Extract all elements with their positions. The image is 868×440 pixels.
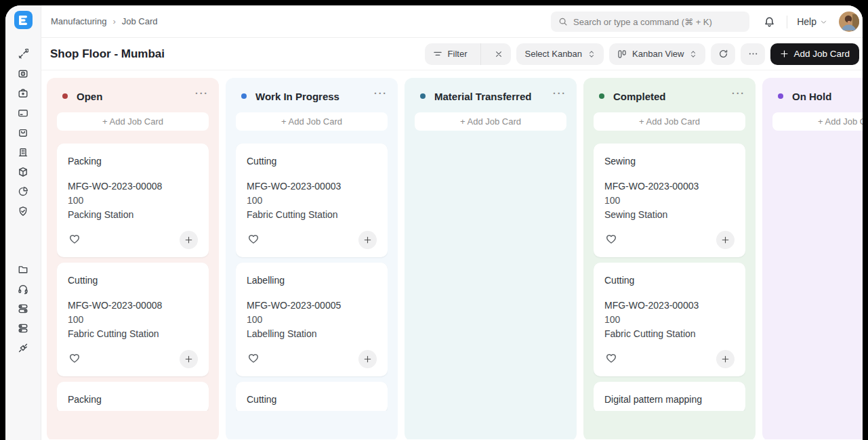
job-card[interactable]: CuttingMFG-WO-2023-00003100Fabric Cuttin… bbox=[236, 144, 388, 257]
folder-icon bbox=[18, 264, 28, 275]
card-workstation: Fabric Cutting Station bbox=[604, 327, 735, 341]
sidebar-item-plug[interactable] bbox=[18, 343, 28, 353]
card-workstation: Labelling Station bbox=[247, 327, 377, 341]
breadcrumb-manufacturing[interactable]: Manufacturing bbox=[51, 16, 106, 26]
card-footer bbox=[247, 230, 377, 249]
select-kanban-label: Select Kanban bbox=[524, 49, 582, 59]
like-button[interactable] bbox=[247, 233, 260, 246]
view-switcher-dropdown[interactable]: Kanban View bbox=[609, 43, 705, 65]
status-dot bbox=[62, 93, 68, 99]
column-header: On Hold··· bbox=[772, 87, 863, 106]
toolbar-actions: Filter Select Kanban bbox=[425, 43, 859, 65]
sidebar-item-folder[interactable] bbox=[18, 264, 28, 275]
job-card[interactable]: PackingMFG-WO-2023-00008100Packing Stati… bbox=[57, 144, 209, 257]
plus-icon bbox=[780, 49, 789, 58]
card-assign-button[interactable] bbox=[716, 350, 735, 368]
card-assign-button[interactable] bbox=[358, 231, 377, 249]
clear-filter-button[interactable] bbox=[487, 43, 511, 65]
sidebar-item-camera-case[interactable] bbox=[18, 88, 28, 99]
column-menu-button[interactable]: ··· bbox=[374, 88, 388, 99]
column-add-job-card-button[interactable]: + Add Job Card bbox=[594, 112, 745, 131]
column-add-job-card-button[interactable]: + Add Job Card bbox=[772, 112, 863, 131]
card-assign-button[interactable] bbox=[180, 350, 198, 368]
up-down-chevrons-icon bbox=[587, 50, 596, 58]
like-button[interactable] bbox=[604, 233, 618, 246]
select-kanban-dropdown[interactable]: Select Kanban bbox=[516, 43, 604, 65]
job-card[interactable]: Digital pattern mapping bbox=[594, 382, 745, 411]
column-header: Work In Progress··· bbox=[236, 87, 388, 106]
filter-group-divider bbox=[480, 43, 481, 65]
sidebar-item-toggles-alt[interactable] bbox=[18, 323, 28, 334]
breadcrumb-job-card[interactable]: Job Card bbox=[122, 16, 158, 26]
card-footer bbox=[68, 349, 198, 368]
status-dot bbox=[599, 93, 604, 99]
bell-icon bbox=[764, 16, 775, 28]
card-assign-button[interactable] bbox=[716, 231, 735, 249]
column-add-job-card-button[interactable]: + Add Job Card bbox=[415, 112, 566, 131]
ellipsis-icon bbox=[748, 49, 758, 59]
card-work-order: MFG-WO-2023-00008 bbox=[68, 179, 198, 194]
add-job-card-button[interactable]: Add Job Card bbox=[770, 43, 859, 65]
notifications-button[interactable] bbox=[758, 11, 780, 32]
job-card[interactable]: CuttingMFG-WO-2023-00008100Fabric Cuttin… bbox=[57, 263, 209, 376]
card-title: Digital pattern mapping bbox=[604, 394, 735, 405]
app-logo[interactable] bbox=[14, 11, 33, 29]
card-quantity: 100 bbox=[68, 313, 198, 327]
like-button[interactable] bbox=[604, 352, 618, 366]
sidebar-item-toggles[interactable] bbox=[18, 303, 28, 314]
help-button[interactable]: Help bbox=[794, 14, 830, 30]
card-details: MFG-WO-2023-00003100Sewing Station bbox=[604, 179, 735, 222]
like-button[interactable] bbox=[68, 352, 81, 366]
top-bar: Manufacturing › Job Card Help bbox=[41, 5, 863, 38]
status-dot bbox=[420, 93, 426, 99]
sidebar-item-shield-check[interactable] bbox=[18, 206, 28, 217]
sidebar-item-pie-chart[interactable] bbox=[18, 186, 28, 197]
card-details: MFG-WO-2023-00005100Labelling Station bbox=[247, 299, 377, 341]
filter-button[interactable]: Filter bbox=[425, 43, 476, 65]
plus-icon bbox=[363, 355, 372, 364]
column-menu-button[interactable]: ··· bbox=[553, 88, 566, 99]
column-title: On Hold bbox=[792, 91, 831, 102]
job-card[interactable]: SewingMFG-WO-2023-00003100Sewing Station bbox=[594, 144, 745, 257]
sidebar-item-headset[interactable] bbox=[18, 284, 28, 294]
sidebar-item-wrench-screwdriver[interactable] bbox=[18, 49, 28, 60]
sidebar-item-package[interactable] bbox=[18, 167, 28, 177]
like-button[interactable] bbox=[247, 352, 260, 366]
job-card[interactable]: Packing bbox=[57, 382, 209, 411]
job-card[interactable]: CuttingMFG-WO-2023-00003100Fabric Cuttin… bbox=[594, 263, 745, 376]
like-button[interactable] bbox=[68, 233, 81, 246]
refresh-icon bbox=[718, 49, 728, 59]
card-workstation: Sewing Station bbox=[604, 208, 735, 222]
more-options-button[interactable] bbox=[741, 43, 765, 65]
app-window: Manufacturing › Job Card Help bbox=[5, 5, 863, 440]
refresh-button[interactable] bbox=[711, 43, 735, 65]
column-add-job-card-button[interactable]: + Add Job Card bbox=[57, 112, 209, 131]
sidebar-item-credit-card[interactable] bbox=[18, 108, 28, 118]
page-title: Shop Floor - Mumbai bbox=[50, 47, 165, 61]
list-toolbar: Shop Floor - Mumbai Filter Select Kanban bbox=[41, 38, 863, 70]
card-assign-button[interactable] bbox=[358, 350, 377, 368]
column-header: Completed··· bbox=[594, 87, 745, 106]
search-input[interactable] bbox=[573, 17, 742, 27]
job-card[interactable]: Cutting bbox=[236, 382, 388, 411]
job-card[interactable]: LabellingMFG-WO-2023-00005100Labelling S… bbox=[236, 263, 388, 376]
topbar-divider bbox=[787, 16, 787, 28]
column-menu-button[interactable]: ··· bbox=[732, 88, 745, 99]
breadcrumb: Manufacturing › Job Card bbox=[51, 16, 157, 26]
card-assign-button[interactable] bbox=[180, 231, 198, 249]
column-menu-button[interactable]: ··· bbox=[195, 88, 209, 99]
global-search[interactable] bbox=[551, 12, 749, 32]
user-avatar[interactable] bbox=[839, 12, 859, 32]
sidebar-icon-list bbox=[18, 49, 28, 353]
card-details: MFG-WO-2023-00008100Fabric Cutting Stati… bbox=[68, 299, 198, 341]
card-workstation: Packing Station bbox=[68, 208, 198, 222]
heart-icon bbox=[247, 352, 260, 364]
column-add-job-card-button[interactable]: + Add Job Card bbox=[236, 112, 388, 131]
sidebar-item-building[interactable] bbox=[18, 147, 28, 158]
column-title: Completed bbox=[613, 91, 666, 102]
sidebar-item-monitor-eye[interactable] bbox=[18, 68, 28, 79]
kanban-view-label: Kanban View bbox=[632, 49, 684, 59]
sidebar-item-shopping-bag[interactable] bbox=[18, 127, 28, 138]
status-dot bbox=[778, 93, 783, 99]
card-footer bbox=[604, 230, 735, 249]
